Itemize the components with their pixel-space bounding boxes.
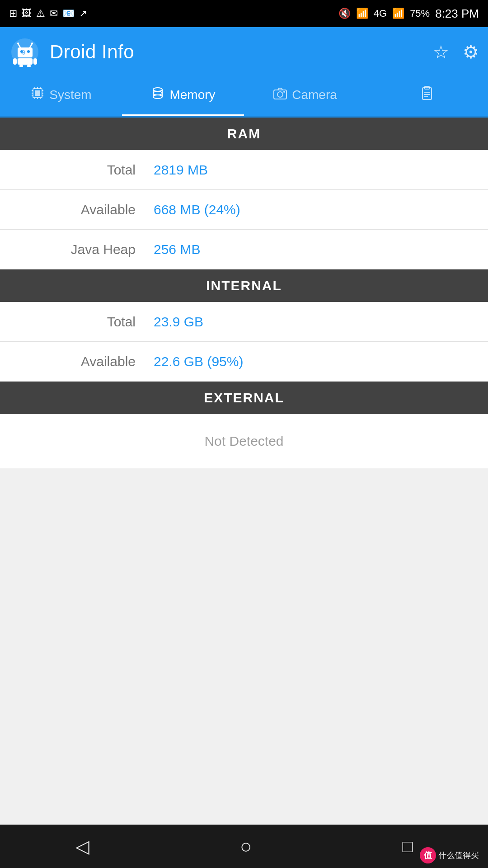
share-icon: ↗: [79, 8, 87, 19]
tab-camera[interactable]: Camera: [244, 77, 366, 116]
battery-level: 75%: [410, 8, 430, 19]
storage-tab-icon: [420, 86, 434, 104]
tab-system-label: System: [49, 88, 91, 102]
app-bar-actions: ☆ ⚙: [433, 42, 479, 62]
tab-bar: System Memory Cam: [0, 77, 488, 118]
bottom-navigation: ◁ ○ □ 值 什么值得买: [0, 825, 488, 868]
svg-point-32: [277, 92, 283, 97]
external-section-header: EXTERNAL: [0, 382, 488, 414]
bb-icon: ⊞: [9, 8, 17, 19]
settings-icon[interactable]: ⚙: [463, 42, 479, 62]
svg-rect-15: [35, 90, 40, 96]
svg-point-33: [283, 91, 285, 93]
external-not-detected: Not Detected: [0, 414, 488, 468]
mute-icon: 🔇: [338, 8, 351, 19]
status-bar-left: ⊞ 🖼 ⚠ ✉ 📧 ↗: [9, 8, 87, 19]
recents-button[interactable]: □: [402, 837, 413, 856]
tab-memory[interactable]: Memory: [122, 77, 244, 116]
svg-rect-8: [18, 58, 33, 65]
system-tab-icon: [30, 86, 45, 104]
svg-point-29: [153, 91, 162, 95]
not-detected-text: Not Detected: [204, 434, 283, 449]
svg-point-28: [153, 88, 162, 91]
status-bar-right: 🔇 📶 4G 📶 75% 8:23 PM: [338, 7, 479, 21]
svg-rect-11: [19, 65, 23, 67]
tab-memory-label: Memory: [169, 88, 215, 102]
status-bar: ⊞ 🖼 ⚠ ✉ 📧 ↗ 🔇 📶 4G 📶 75% 8:23 PM: [0, 0, 488, 27]
internal-total-value: 23.9 GB: [154, 314, 203, 330]
ram-javaheap-value: 256 MB: [154, 242, 200, 257]
svg-text:⚙: ⚙: [20, 49, 26, 56]
content-area: RAM Total 2819 MB Available 668 MB (24%)…: [0, 118, 488, 868]
internal-header-label: INTERNAL: [206, 278, 282, 293]
app-bar: ⚙ Droid Info ☆ ⚙: [0, 27, 488, 77]
ram-total-label: Total: [18, 162, 154, 178]
tab-system[interactable]: System: [0, 77, 122, 116]
tab-camera-label: Camera: [292, 88, 337, 102]
camera-tab-icon: [273, 86, 287, 104]
app-title: Droid Info: [50, 41, 424, 63]
watermark-text: 什么值得买: [438, 850, 479, 861]
network-type: 4G: [374, 8, 387, 19]
tab-storage[interactable]: [366, 77, 488, 116]
svg-point-5: [17, 42, 19, 44]
internal-section-header: INTERNAL: [0, 269, 488, 302]
back-button[interactable]: ◁: [75, 836, 89, 857]
mail2-icon: 📧: [62, 8, 75, 19]
svg-point-30: [153, 95, 162, 99]
ram-available-label: Available: [18, 202, 154, 217]
ram-available-row: Available 668 MB (24%): [0, 190, 488, 230]
svg-point-3: [27, 50, 30, 53]
ram-header-label: RAM: [227, 126, 261, 142]
empty-space: [0, 468, 488, 868]
internal-available-row: Available 22.6 GB (95%): [0, 342, 488, 382]
external-header-label: EXTERNAL: [204, 390, 284, 406]
home-button[interactable]: ○: [240, 835, 252, 858]
ram-total-value: 2819 MB: [154, 162, 208, 178]
app-logo: ⚙: [9, 36, 41, 68]
wifi-icon: 📶: [356, 8, 368, 19]
watermark: 值 什么值得买: [420, 847, 479, 863]
ram-javaheap-row: Java Heap 256 MB: [0, 230, 488, 269]
mail-icon: ✉: [50, 8, 58, 19]
watermark-icon: 值: [420, 847, 436, 863]
internal-total-row: Total 23.9 GB: [0, 302, 488, 342]
ram-available-value: 668 MB (24%): [154, 202, 240, 217]
svg-rect-10: [33, 58, 37, 65]
internal-available-label: Available: [18, 354, 154, 369]
internal-available-value: 22.6 GB (95%): [154, 354, 243, 369]
memory-tab-icon: [150, 86, 165, 104]
ram-total-row: Total 2819 MB: [0, 150, 488, 190]
favorite-icon[interactable]: ☆: [433, 42, 449, 62]
ram-section-header: RAM: [0, 118, 488, 150]
ram-javaheap-label: Java Heap: [18, 242, 154, 257]
svg-point-7: [31, 42, 33, 44]
time-display: 8:23 PM: [435, 7, 479, 21]
alert-icon: ⚠: [36, 8, 45, 19]
svg-rect-9: [13, 58, 17, 65]
photo-icon: 🖼: [22, 8, 32, 19]
signal-icon: 📶: [392, 8, 404, 19]
svg-rect-12: [27, 65, 31, 67]
internal-total-label: Total: [18, 314, 154, 330]
